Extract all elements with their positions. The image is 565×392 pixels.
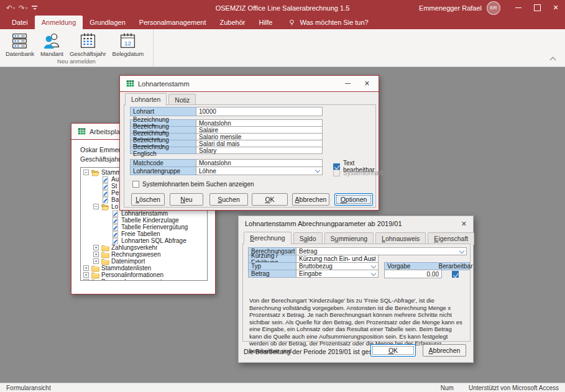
- geschaeftsjahr-label: Geschäftsjahr: [70, 50, 106, 57]
- tree-item[interactable]: Freie Tabellen: [81, 230, 207, 237]
- chevron-down-icon[interactable]: [369, 271, 377, 276]
- tell-me-label: Was möchten Sie tun?: [300, 19, 368, 26]
- ribbon-tab-bar: Datei Anmeldung Grundlagen Personalmanag…: [0, 16, 565, 29]
- tree-item[interactable]: Zahlungsverkehr: [81, 244, 207, 251]
- ribbon-group-label: Neu anmelden: [0, 58, 153, 66]
- avatar[interactable]: ER: [487, 1, 500, 15]
- tree-item[interactable]: Personalinformationen: [81, 271, 207, 278]
- collapse-ribbon-chevron-icon[interactable]: [551, 56, 556, 62]
- expander-minus-icon[interactable]: [93, 204, 99, 209]
- text-bearbeitbar-checkbox[interactable]: [333, 163, 340, 170]
- tell-me-search[interactable]: Was möchten Sie tun?: [288, 16, 368, 29]
- tab-summierung[interactable]: Summierung: [324, 232, 374, 245]
- num-lock-indicator: Num: [441, 385, 454, 391]
- chevron-down-icon[interactable]: [313, 168, 321, 174]
- calendar-12-icon: [119, 32, 137, 50]
- minimize-button[interactable]: [509, 0, 528, 16]
- ok-button[interactable]: OK: [370, 344, 416, 357]
- abbrechen-button[interactable]: Abbrechen: [423, 344, 466, 357]
- undo-button[interactable]: ↶▾: [5, 4, 16, 12]
- vorgabe-input[interactable]: 0.00: [384, 270, 442, 278]
- kuerzung-value: Kürzung nach Ein- und Austritt: [299, 255, 375, 262]
- betrag-dropdown[interactable]: Eingabe: [296, 270, 379, 278]
- tab-grundlagen[interactable]: Grundlagen: [83, 16, 132, 29]
- customize-quick-access-icon[interactable]: [32, 6, 37, 11]
- chevron-down-icon[interactable]: [457, 248, 466, 254]
- tab-zubehoer[interactable]: Zubehör: [213, 16, 252, 29]
- calendar-grid-icon: [79, 32, 97, 50]
- maximize-button[interactable]: [528, 0, 546, 16]
- chevron-down-icon[interactable]: [369, 263, 377, 269]
- close-icon[interactable]: ✕: [364, 80, 370, 87]
- folder-icon: [101, 258, 109, 265]
- tab-personalmanagement[interactable]: Personalmanagement: [132, 16, 213, 29]
- neu-button[interactable]: Neu: [170, 193, 203, 206]
- expander-plus-icon[interactable]: [93, 252, 99, 257]
- geschaeftsjahr-button[interactable]: Geschäftsjahr: [68, 31, 108, 58]
- tree-item[interactable]: Stammdatenlisten: [81, 265, 207, 271]
- tree-item[interactable]: Tabelle Ferienvergütung: [81, 224, 207, 230]
- tab-saldo[interactable]: Saldo: [293, 232, 323, 245]
- datenbank-button[interactable]: Datenbank: [4, 31, 36, 58]
- expander-plus-icon[interactable]: [83, 265, 89, 271]
- user-name[interactable]: Emmenegger Rafael: [419, 4, 482, 12]
- tree-item-label: Zahlungsverkehr: [111, 244, 157, 251]
- tree-item-label: Stammdatenlisten: [101, 265, 151, 271]
- close-button[interactable]: ✕: [546, 0, 565, 16]
- tree-item-label: Ba: [111, 196, 119, 203]
- expander-plus-icon[interactable]: [83, 272, 89, 278]
- tab-hilfe[interactable]: Hilfe: [252, 16, 279, 29]
- tree-item-label: Personalinformationen: [101, 271, 163, 278]
- tab-anmeldung[interactable]: Anmeldung: [35, 16, 83, 29]
- tree-item[interactable]: Personalmanagement: [81, 278, 207, 281]
- dialog-controls: ✕: [345, 80, 372, 87]
- belegdatum-button[interactable]: Belegdatum: [111, 31, 146, 58]
- tree-item[interactable]: Tabelle Kinderzulage: [81, 217, 207, 224]
- close-icon[interactable]: ✕: [461, 221, 467, 227]
- expander-plus-icon[interactable]: [93, 258, 99, 264]
- form-grid-icon: [78, 127, 86, 135]
- workspace: Arbeitsplatz Oskar Emmene Geschäftsjahr …: [0, 67, 565, 383]
- abrechnungparameter-titlebar[interactable]: Lohnartenstamm Abrechnungparameter ab 20…: [239, 216, 473, 231]
- loeschen-button[interactable]: Löschen: [131, 193, 165, 206]
- mandant-label: Mandant: [40, 50, 63, 57]
- tab-lohnarten[interactable]: Lohnarten: [125, 93, 167, 106]
- undo-icon: ↶: [6, 4, 12, 12]
- powered-by-label: Unterstützt von Microsoft Access: [469, 385, 559, 391]
- tab-eigenschaft[interactable]: Eigenschaft: [428, 232, 474, 245]
- redo-icon: ↷: [19, 4, 25, 12]
- ribbon-body: Datenbank Mandant Geschäftsjahr Belegdat…: [0, 29, 565, 67]
- tree-item[interactable]: Datenimport: [81, 258, 207, 265]
- optionen-button[interactable]: Optionen: [334, 193, 373, 206]
- lohnartengruppe-label: Lohnartengruppe: [130, 166, 196, 175]
- tree-item-label: Lo: [111, 203, 118, 210]
- ribbon-buttons: Datenbank Mandant Geschäftsjahr Belegdat…: [0, 29, 153, 58]
- typ-value: Bruttobezug: [299, 263, 333, 270]
- mandant-button[interactable]: Mandant: [39, 31, 65, 58]
- tree-item[interactable]: Rechnungswesen: [81, 251, 207, 258]
- minimize-icon[interactable]: [345, 83, 351, 84]
- tab-datei[interactable]: Datei: [5, 16, 35, 29]
- lohnartenstamm-titlebar[interactable]: Lohnartenstamm ✕: [120, 76, 379, 92]
- redo-button[interactable]: ↷▾: [17, 4, 29, 12]
- tree-item[interactable]: Lohnarten SQL Abfrage: [81, 237, 207, 244]
- suchen-button[interactable]: Suchen: [209, 193, 248, 206]
- ok-button[interactable]: OK: [252, 193, 288, 206]
- tree-item-label: Personalmanagement: [101, 278, 162, 281]
- expander-minus-icon[interactable]: [83, 170, 89, 175]
- abbrechen-button[interactable]: Abbrechen: [292, 193, 329, 206]
- expander-plus-icon[interactable]: [83, 279, 89, 281]
- tab-berechnung[interactable]: Berechnung: [244, 232, 292, 244]
- chevron-down-icon[interactable]: [369, 256, 377, 262]
- lohnart-input[interactable]: 10000: [196, 107, 323, 116]
- tree-item[interactable]: Lohnartenstamm: [81, 210, 207, 217]
- lohnartengruppe-dropdown[interactable]: Löhne: [196, 166, 323, 175]
- systemlohnarten-suchen-checkbox[interactable]: [132, 181, 139, 188]
- quick-access-toolbar: ↶▾ ↷▾: [0, 4, 39, 12]
- expander-plus-icon[interactable]: [93, 245, 99, 250]
- period-lock-status: Die Bearbeitung der Periode 2019/01 ist …: [244, 348, 387, 355]
- bezeichnung-englisch-input[interactable]: Salary: [196, 147, 323, 154]
- status-bar-right: Num Unterstützt von Microsoft Access: [441, 385, 559, 391]
- bearbeitbar-checkbox[interactable]: [452, 271, 459, 278]
- tab-lohnausweis[interactable]: Lohnausweis: [375, 232, 426, 245]
